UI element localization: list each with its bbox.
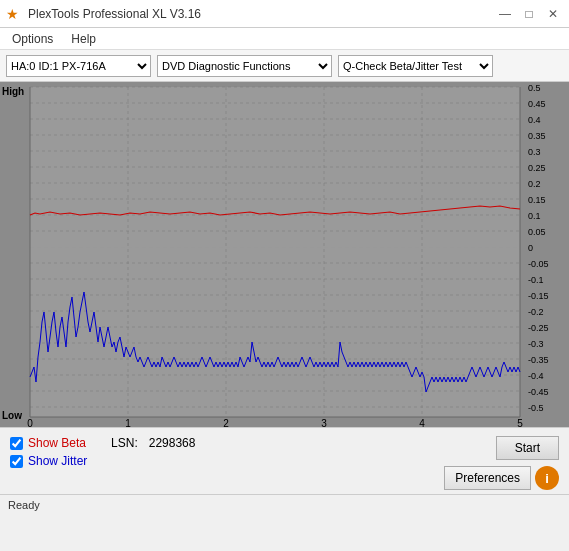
show-jitter-row: Show Jitter <box>10 454 195 468</box>
titlebar: ★ PlexTools Professional XL V3.16 — □ ✕ <box>0 0 569 28</box>
svg-text:-0.45: -0.45 <box>528 387 549 397</box>
svg-text:-0.4: -0.4 <box>528 371 544 381</box>
svg-text:-0.2: -0.2 <box>528 307 544 317</box>
svg-text:0.25: 0.25 <box>528 163 546 173</box>
svg-text:-0.25: -0.25 <box>528 323 549 333</box>
show-beta-label: Show Beta <box>28 436 86 450</box>
svg-text:0.5: 0.5 <box>528 83 541 93</box>
svg-text:4: 4 <box>419 418 425 427</box>
bottom-row: Show Beta LSN: 2298368 Show Jitter Start… <box>10 436 559 490</box>
function-select[interactable]: DVD Diagnostic Functions <box>157 55 332 77</box>
bottom-panel: Show Beta LSN: 2298368 Show Jitter Start… <box>0 427 569 494</box>
chart-area: High Low <box>0 82 569 427</box>
svg-text:0.05: 0.05 <box>528 227 546 237</box>
app-title: PlexTools Professional XL V3.16 <box>28 7 201 21</box>
svg-text:0.1: 0.1 <box>528 211 541 221</box>
svg-text:0.35: 0.35 <box>528 131 546 141</box>
info-button[interactable]: i <box>535 466 559 490</box>
svg-text:0.2: 0.2 <box>528 179 541 189</box>
svg-text:0.15: 0.15 <box>528 195 546 205</box>
svg-text:-0.5: -0.5 <box>528 403 544 413</box>
statusbar: Ready <box>0 494 569 514</box>
lsn-value: 2298368 <box>149 436 196 450</box>
titlebar-left: ★ PlexTools Professional XL V3.16 <box>6 6 201 22</box>
test-select[interactable]: Q-Check Beta/Jitter Test <box>338 55 493 77</box>
y-label-low: Low <box>2 410 22 421</box>
menubar: Options Help <box>0 28 569 50</box>
svg-text:2: 2 <box>223 418 229 427</box>
start-button[interactable]: Start <box>496 436 559 460</box>
show-jitter-label: Show Jitter <box>28 454 87 468</box>
svg-text:0.45: 0.45 <box>528 99 546 109</box>
maximize-button[interactable]: □ <box>519 5 539 23</box>
show-beta-row: Show Beta LSN: 2298368 <box>10 436 195 450</box>
svg-text:0: 0 <box>528 243 533 253</box>
device-select[interactable]: HA:0 ID:1 PX-716A <box>6 55 151 77</box>
svg-rect-1 <box>30 87 520 417</box>
lsn-label: LSN: <box>111 436 138 450</box>
svg-text:0.3: 0.3 <box>528 147 541 157</box>
svg-text:5: 5 <box>517 418 523 427</box>
svg-text:-0.1: -0.1 <box>528 275 544 285</box>
bottom-buttons: Preferences i <box>444 466 559 490</box>
svg-text:1: 1 <box>125 418 131 427</box>
menu-help[interactable]: Help <box>67 31 100 47</box>
svg-text:3: 3 <box>321 418 327 427</box>
status-text: Ready <box>8 499 40 511</box>
svg-text:-0.35: -0.35 <box>528 355 549 365</box>
checkboxes: Show Beta LSN: 2298368 Show Jitter <box>10 436 195 468</box>
show-jitter-checkbox[interactable] <box>10 455 23 468</box>
y-label-high: High <box>2 86 24 97</box>
show-beta-checkbox[interactable] <box>10 437 23 450</box>
close-button[interactable]: ✕ <box>543 5 563 23</box>
chart-svg: 0 1 2 3 4 5 0.5 0.45 0.4 0.35 0.3 0.25 0… <box>0 82 569 427</box>
app-icon: ★ <box>6 6 22 22</box>
minimize-button[interactable]: — <box>495 5 515 23</box>
window-controls: — □ ✕ <box>495 5 563 23</box>
menu-options[interactable]: Options <box>8 31 57 47</box>
svg-text:0.4: 0.4 <box>528 115 541 125</box>
svg-text:-0.05: -0.05 <box>528 259 549 269</box>
toolbar: HA:0 ID:1 PX-716A DVD Diagnostic Functio… <box>0 50 569 82</box>
preferences-button[interactable]: Preferences <box>444 466 531 490</box>
svg-text:0: 0 <box>27 418 33 427</box>
svg-text:-0.15: -0.15 <box>528 291 549 301</box>
svg-text:-0.3: -0.3 <box>528 339 544 349</box>
